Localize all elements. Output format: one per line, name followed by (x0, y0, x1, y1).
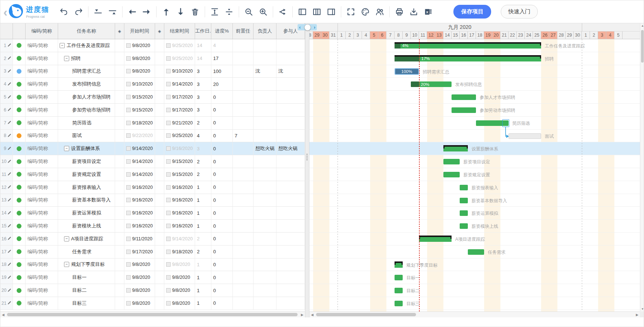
table-row[interactable]: 16编码/简称−A项目进度跟踪9/11/20209/14/202020 (0, 233, 305, 246)
table-row[interactable]: 9编码/简称−设置薪酬体系9/14/20209/16/202030想吃火锅想吃火… (0, 142, 305, 155)
table-row[interactable]: 13编码/简称薪资基本数据导入9/16/20209/16/202010 (0, 194, 305, 207)
edit-pencil-icon[interactable] (7, 288, 11, 293)
edit-pencil-icon[interactable] (7, 223, 11, 229)
table-row[interactable]: 17编码/简称任务需求9/17/20209/18/202020 (0, 246, 305, 258)
panel-split-icon[interactable] (312, 7, 321, 16)
gantt-bar-summary[interactable] (395, 261, 403, 268)
date-checkbox[interactable] (166, 56, 171, 61)
outdent-icon[interactable] (94, 7, 103, 16)
date-checkbox[interactable] (166, 133, 171, 138)
edit-pencil-icon[interactable] (7, 210, 11, 216)
date-checkbox[interactable] (166, 288, 171, 293)
date-checkbox[interactable] (126, 172, 131, 177)
date-checkbox[interactable] (126, 275, 131, 280)
edit-pencil-icon[interactable] (7, 146, 11, 151)
date-checkbox[interactable] (126, 146, 131, 151)
zoom-in-icon[interactable] (259, 7, 268, 16)
date-checkbox[interactable] (126, 108, 131, 112)
date-checkbox[interactable] (166, 108, 171, 112)
gantt-horizontal-scrollbar[interactable]: ◀ ▶ (309, 311, 640, 317)
collapse-toggle-icon[interactable]: − (64, 56, 69, 61)
panel-resize-slider[interactable]: ‹ › (298, 24, 317, 30)
gantt-bar-task[interactable] (443, 172, 460, 177)
date-checkbox[interactable] (166, 301, 171, 306)
trash-icon[interactable] (191, 7, 199, 16)
date-checkbox[interactable] (166, 237, 171, 241)
edit-pencil-icon[interactable] (7, 43, 11, 48)
table-row[interactable]: 15编码/简称薪资模块上线9/16/20209/16/202010 (0, 220, 305, 233)
quick-start-button[interactable]: 快速入门 (501, 5, 538, 19)
table-row[interactable]: 3编码/简称招聘需求汇总9/8/20209/10/20203100沈沈 (0, 65, 305, 78)
gantt-bar-summary[interactable]: 4% (395, 42, 541, 49)
table-horizontal-scrollbar[interactable]: ◀ ▶ (0, 311, 305, 317)
panel-left-icon[interactable] (298, 7, 307, 16)
scroll-down-icon[interactable]: ▼ (641, 307, 644, 311)
date-checkbox[interactable] (126, 133, 131, 138)
redo-icon[interactable] (74, 7, 83, 16)
edit-pencil-icon[interactable] (7, 300, 11, 306)
date-checkbox[interactable] (126, 185, 131, 190)
gantt-bar-task[interactable] (395, 275, 403, 280)
gantt-bar-task[interactable] (452, 94, 476, 100)
arrow-right-icon[interactable] (142, 7, 151, 16)
table-row[interactable]: 2编码/简称−招聘9/8/20209/25/20201417 (0, 52, 305, 65)
edit-pencil-icon[interactable] (7, 249, 11, 254)
edit-pencil-icon[interactable] (7, 56, 11, 61)
date-checkbox[interactable] (126, 250, 131, 254)
gantt-bar-task[interactable] (395, 301, 403, 306)
date-checkbox[interactable] (126, 288, 131, 293)
table-row[interactable]: 21编码/简称目标三9/8/20209/8/202010 (0, 297, 305, 310)
arrow-up-icon[interactable] (162, 7, 171, 16)
indent-icon[interactable] (108, 7, 117, 16)
date-checkbox[interactable] (126, 95, 131, 99)
edit-pencil-icon[interactable] (7, 236, 11, 241)
date-checkbox[interactable] (126, 301, 131, 306)
table-row[interactable]: 19编码/简称目标一9/8/20209/8/202010 (0, 271, 305, 284)
table-hscroll-thumb[interactable] (7, 313, 298, 316)
date-checkbox[interactable] (126, 69, 131, 73)
date-checkbox[interactable] (166, 82, 171, 86)
date-checkbox[interactable] (126, 198, 131, 202)
splitter-knob[interactable] (304, 24, 311, 31)
gantt-vscroll-thumb[interactable] (641, 30, 644, 63)
collapse-toggle-icon[interactable]: − (64, 262, 69, 267)
collapse-rows-icon[interactable] (225, 7, 234, 16)
date-checkbox[interactable] (166, 250, 171, 254)
table-row[interactable]: 10编码/简称薪资项目设定9/14/20209/15/202020 (0, 155, 305, 168)
date-checkbox[interactable] (126, 262, 131, 267)
edit-pencil-icon[interactable] (7, 120, 11, 126)
date-checkbox[interactable] (126, 159, 131, 164)
date-checkbox[interactable] (166, 43, 171, 48)
date-checkbox[interactable] (166, 121, 171, 125)
download-icon[interactable] (409, 7, 418, 16)
gantt-hscroll-thumb[interactable] (316, 313, 416, 316)
date-checkbox[interactable] (166, 275, 171, 280)
scroll-left-icon[interactable]: ◀ (2, 313, 4, 317)
collapse-left-icon[interactable]: ‹ (299, 24, 301, 30)
date-checkbox[interactable] (166, 224, 171, 228)
date-checkbox[interactable] (126, 43, 131, 48)
date-checkbox[interactable] (126, 224, 131, 228)
edit-pencil-icon[interactable] (7, 184, 11, 190)
users-icon[interactable] (375, 7, 384, 16)
date-checkbox[interactable] (166, 211, 171, 215)
table-row[interactable]: 1编码/简称−工作任务及进度跟踪9/8/20209/25/2020144 (0, 39, 305, 52)
panel-right-icon[interactable] (327, 7, 336, 16)
gantt-vertical-scrollbar[interactable]: ▲ ▼ (640, 23, 644, 311)
date-checkbox[interactable] (166, 146, 171, 151)
scroll-left-icon[interactable]: ◀ (311, 313, 313, 317)
table-row[interactable]: 4编码/简称发布招聘信息9/10/20209/14/2020320 (0, 78, 305, 91)
undo-icon[interactable] (60, 7, 68, 16)
collapse-toggle-icon[interactable]: − (64, 146, 69, 151)
edit-pencil-icon[interactable] (7, 107, 11, 113)
gantt-bar-task[interactable] (460, 210, 468, 216)
scroll-up-icon[interactable]: ▲ (641, 24, 644, 27)
back-icon[interactable]: ‹ (3, 6, 7, 17)
date-checkbox[interactable] (126, 56, 131, 61)
gantt-bar-summary[interactable] (443, 145, 468, 151)
collapse-toggle-icon[interactable]: − (64, 236, 69, 241)
date-checkbox[interactable] (166, 172, 171, 177)
gantt-bar-task[interactable] (460, 185, 468, 190)
gantt-bar-task[interactable] (460, 223, 468, 229)
date-checkbox[interactable] (126, 211, 131, 215)
